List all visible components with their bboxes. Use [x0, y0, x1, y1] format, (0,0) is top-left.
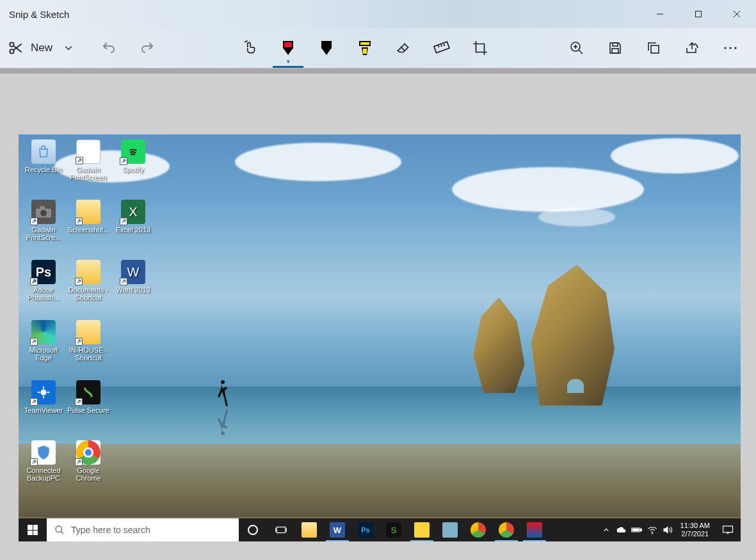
- new-label: New: [31, 42, 52, 54]
- undo-icon: [101, 40, 117, 56]
- taskbar-search-box[interactable]: Type here to search: [47, 518, 239, 541]
- chevron-up-icon: [603, 527, 609, 533]
- svg-rect-19: [651, 45, 659, 53]
- snip-icon: [527, 522, 542, 538]
- svg-rect-28: [40, 206, 45, 209]
- desktop-icon-label: Screenshot...: [68, 226, 109, 234]
- tray-overflow-button[interactable]: [599, 518, 614, 541]
- touch-writing-button[interactable]: [234, 33, 265, 63]
- taskbar-app-sticky[interactable]: [408, 518, 436, 541]
- taskbar-app-notepad[interactable]: [436, 518, 464, 541]
- more-button[interactable]: [715, 33, 746, 63]
- taskview-button[interactable]: [267, 518, 295, 541]
- shortcut-overlay-icon: ↗: [120, 157, 127, 165]
- share-button[interactable]: [677, 33, 707, 63]
- taskbar-app-word[interactable]: W: [323, 518, 351, 541]
- new-snip-chevron-button[interactable]: [56, 33, 81, 63]
- tray-onedrive-icon[interactable]: [614, 518, 629, 541]
- svg-point-5: [10, 49, 14, 54]
- taskbar-app-pulse[interactable]: S: [380, 518, 408, 541]
- desktop-icon[interactable]: Recycle Bin: [21, 137, 66, 197]
- eraser-button[interactable]: [388, 33, 419, 63]
- taskbar-clock[interactable]: 11:30 AM 2/7/2021: [675, 522, 715, 538]
- desktop-icon-label: Gadwin PrintScre...: [21, 226, 66, 241]
- desktop-icon[interactable]: ↗Google Chrome: [66, 438, 111, 498]
- desktop-icon[interactable]: Ps↗Adobe Photosh...: [21, 257, 66, 317]
- start-button[interactable]: [19, 518, 47, 541]
- new-snip-button[interactable]: New: [6, 33, 56, 63]
- desktop-icon[interactable]: ↗TeamViewer: [21, 378, 66, 438]
- tray-battery-icon[interactable]: [629, 518, 645, 541]
- save-button[interactable]: [600, 33, 631, 63]
- desktop-icon-label: Adobe Photosh...: [21, 286, 66, 301]
- desktop-icon-label: Word 2013: [116, 286, 150, 294]
- ico-edge-icon: ↗: [31, 320, 56, 344]
- crop-button[interactable]: [465, 33, 495, 63]
- zoom-button[interactable]: [561, 33, 592, 63]
- desktop-icon[interactable]: ↗Microsoft Edge: [21, 317, 66, 378]
- maximize-button[interactable]: [679, 0, 718, 28]
- svg-line-10: [438, 45, 439, 47]
- ico-chrome-icon: ↗: [76, 440, 101, 465]
- ico-shield-icon: ↗: [31, 440, 56, 465]
- save-icon: [607, 40, 623, 56]
- search-icon: [54, 525, 65, 535]
- pencil-button[interactable]: [311, 33, 342, 63]
- taskbar-app-chrome2[interactable]: [492, 518, 520, 541]
- desktop-icon-label: Recycle Bin: [25, 166, 62, 173]
- svg-line-11: [441, 45, 442, 47]
- ico-recycle-icon: [31, 140, 56, 164]
- desktop-icon[interactable]: ↗Pulse Secure: [66, 378, 111, 438]
- tray-volume-icon[interactable]: [660, 518, 675, 541]
- minimize-button[interactable]: [641, 0, 679, 28]
- taskview-icon: [275, 524, 287, 536]
- taskbar-app-chrome1[interactable]: [464, 518, 492, 541]
- desktop-icon[interactable]: ↗Gadwin PrintScreen: [66, 137, 111, 197]
- cortana-button[interactable]: [239, 518, 267, 541]
- shortcut-overlay-icon: ↗: [30, 398, 38, 406]
- shortcut-overlay-icon: ↗: [120, 278, 127, 285]
- desktop-icon[interactable]: ↗Spotify: [111, 137, 156, 197]
- close-button[interactable]: [718, 0, 756, 28]
- taskbar-app-snip[interactable]: [520, 518, 549, 541]
- ico-file-icon: ↗: [76, 140, 101, 164]
- crop-icon: [472, 40, 488, 56]
- tray-wifi-icon[interactable]: [645, 518, 660, 541]
- cloud-icon: [616, 526, 627, 534]
- desktop-icon-label: Microsoft Edge: [21, 346, 66, 362]
- desktop-icon[interactable]: ↗Screenshot...: [66, 197, 111, 257]
- chrome-icon: [499, 522, 514, 538]
- ico-folder-icon: ↗: [76, 260, 101, 284]
- notepad-icon: [442, 522, 458, 538]
- desktop-icon[interactable]: ↗Gadwin PrintScre...: [21, 197, 66, 257]
- notification-icon: [722, 525, 734, 535]
- ruler-button[interactable]: [426, 33, 457, 63]
- desktop-icon[interactable]: ↗Documents - Shortcut: [66, 257, 111, 317]
- desktop-icon[interactable]: X↗Excel 2013: [111, 197, 156, 257]
- ballpoint-pen-button[interactable]: ▾: [273, 33, 303, 63]
- cloud: [538, 207, 615, 227]
- snip-canvas[interactable]: Recycle Bin↗Gadwin PrintScreen↗Spotify↗G…: [19, 134, 741, 541]
- cortana-icon: [248, 525, 258, 535]
- system-tray: 11:30 AM 2/7/2021: [599, 518, 741, 541]
- cloud: [611, 138, 739, 173]
- desktop-icon[interactable]: ↗IN-HOUSE - Shortcut: [66, 317, 111, 378]
- ico-camera-icon: ↗: [31, 200, 56, 224]
- redo-button[interactable]: [132, 33, 163, 63]
- desktop-icon-label: TeamViewer: [24, 406, 63, 414]
- undo-button[interactable]: [93, 33, 124, 63]
- taskbar-app-explorer[interactable]: [295, 518, 323, 541]
- desktop-icon[interactable]: ↗Connected BackupPC: [21, 438, 66, 498]
- svg-point-4: [10, 42, 14, 47]
- taskbar-app-photoshop[interactable]: Ps: [351, 518, 380, 541]
- desktop-icon[interactable]: W↗Word 2013: [111, 257, 156, 317]
- desktop-icon-label: IN-HOUSE - Shortcut: [66, 346, 111, 362]
- shortcut-overlay-icon: ↗: [75, 218, 83, 225]
- shortcut-overlay-icon: ↗: [75, 458, 83, 466]
- copy-button[interactable]: [638, 33, 669, 63]
- action-center-button[interactable]: [715, 518, 741, 541]
- sticky-icon: [414, 522, 430, 538]
- battery-icon: [631, 527, 643, 533]
- highlighter-button[interactable]: [350, 33, 380, 63]
- chevron-down-icon: [64, 44, 73, 52]
